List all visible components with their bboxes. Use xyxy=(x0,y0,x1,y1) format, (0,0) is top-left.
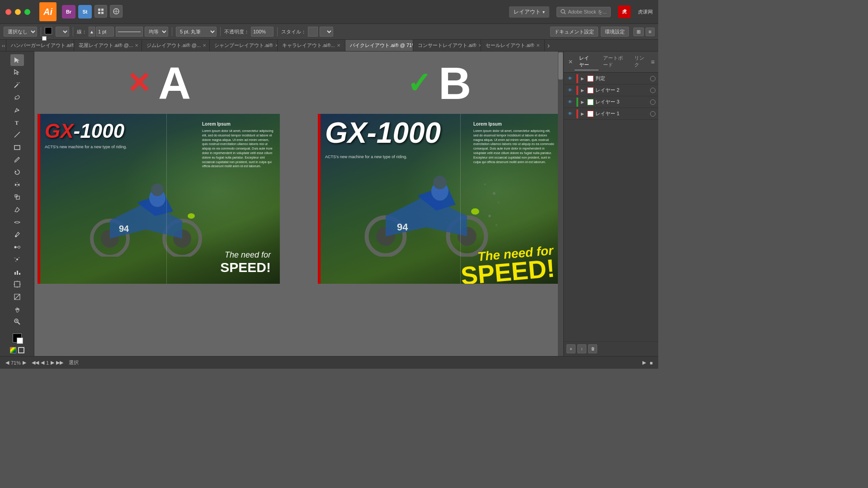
tab-sale[interactable]: セールレイアウト.ai® ✕ xyxy=(481,40,545,51)
tabs-overflow-btn[interactable]: › xyxy=(545,40,552,51)
tab-gym[interactable]: ジムレイアウト.ai® @... ✕ xyxy=(142,40,210,51)
lasso-tool[interactable] xyxy=(10,92,24,103)
layer-eye-icon[interactable]: 👁 xyxy=(566,87,574,94)
layer-row-2[interactable]: 👁 ▶ レイヤー 2 xyxy=(564,84,658,96)
tab-close-btn[interactable]: ✕ xyxy=(135,43,138,48)
env-settings-btn[interactable]: 環境設定 xyxy=(601,27,629,37)
width-tool[interactable] xyxy=(10,216,24,228)
bridge-icon[interactable]: Br xyxy=(62,5,75,19)
layer-row-hantei[interactable]: 👁 ▶ 判定 xyxy=(564,73,658,84)
column-graph-tool[interactable] xyxy=(10,266,24,278)
layer-expand-btn[interactable]: ▶ xyxy=(581,112,585,116)
zoom-tool[interactable] xyxy=(10,316,24,328)
tab-flower[interactable]: 花屋レイアウト.ai® @... ✕ xyxy=(74,40,142,51)
stroke-swatch[interactable] xyxy=(42,36,47,41)
color-icon[interactable] xyxy=(10,347,16,353)
layout-icon[interactable] xyxy=(94,5,107,18)
minimize-button[interactable] xyxy=(15,9,21,15)
layer-row-1[interactable]: 👁 ▶ レイヤー 1 xyxy=(564,108,658,120)
style-dropdown[interactable]: ▾ xyxy=(320,27,333,37)
selection-dropdown[interactable]: 選択なし xyxy=(4,27,37,37)
layer-circle[interactable] xyxy=(650,99,656,105)
blend-tool[interactable] xyxy=(10,241,24,253)
close-button[interactable] xyxy=(5,9,11,15)
pen-tool[interactable] xyxy=(10,104,24,116)
type-tool[interactable]: T xyxy=(10,117,24,128)
layer-circle[interactable] xyxy=(650,76,656,81)
zoom-out-btn[interactable]: ◀ xyxy=(5,360,9,366)
tab-close-btn[interactable]: ✕ xyxy=(203,43,206,48)
play-btn[interactable]: ▶ xyxy=(642,360,646,366)
symbol-sprayer-tool[interactable] xyxy=(10,254,24,266)
layer-row-3[interactable]: 👁 ▶ レイヤー 3 xyxy=(564,96,658,108)
tab-links[interactable]: リンク xyxy=(630,53,650,70)
layer-circle[interactable] xyxy=(650,111,656,117)
fill-control[interactable] xyxy=(13,333,22,343)
next-btn[interactable]: ▶ xyxy=(51,360,54,366)
canvas-area[interactable]: ✕ A xyxy=(34,52,563,356)
prev-btn[interactable]: ◀ xyxy=(41,360,44,366)
tab-artboard[interactable]: アートボード xyxy=(599,53,630,70)
tab-close-btn[interactable]: ✕ xyxy=(536,43,540,48)
select-tool[interactable] xyxy=(10,54,24,66)
stroke-up-btn[interactable]: ▲ xyxy=(89,27,95,37)
style-swatch[interactable] xyxy=(308,27,318,37)
shaper-tool[interactable] xyxy=(10,204,24,216)
move-layer-btn[interactable]: ↕ xyxy=(577,344,586,353)
layer-expand-btn[interactable]: ▶ xyxy=(581,76,585,81)
color-mode-dropdown[interactable]: ▾ xyxy=(56,27,69,37)
tab-concert[interactable]: コンサートレイアウト.ai® ✕ xyxy=(413,40,481,51)
stock-icon[interactable]: St xyxy=(78,5,92,19)
panel-close-btn[interactable]: ✕ xyxy=(567,59,574,65)
rect-tool[interactable] xyxy=(10,141,24,153)
layout-button[interactable]: レイアウト xyxy=(509,6,549,18)
rotate-tool[interactable] xyxy=(10,166,24,178)
layer-circle[interactable] xyxy=(650,88,656,93)
layer-expand-btn[interactable]: ▶ xyxy=(581,88,585,93)
fill-stroke-swatches[interactable] xyxy=(45,27,54,36)
ad-b[interactable]: 94 xyxy=(317,113,561,285)
tabs-left-arrow[interactable]: ‹‹ xyxy=(0,40,6,51)
tab-hamburger[interactable]: ハンバーガーレイアウト.ai® ✕ xyxy=(6,40,74,51)
layer-eye-icon[interactable]: 👁 xyxy=(566,75,574,82)
opacity-input[interactable] xyxy=(251,27,274,37)
maximize-button[interactable] xyxy=(24,9,30,15)
delete-layer-btn[interactable]: 🗑 xyxy=(588,344,597,353)
view-btn-2[interactable]: ≡ xyxy=(646,28,655,36)
brush-dropdown[interactable]: 5 pt. 丸筆 xyxy=(176,27,217,37)
magic-wand-tool[interactable] xyxy=(10,79,24,91)
stroke-control[interactable] xyxy=(17,338,23,344)
pencil-tool[interactable] xyxy=(10,154,24,166)
no-color-icon[interactable] xyxy=(18,347,24,353)
line-tool[interactable] xyxy=(10,129,24,141)
tab-close-btn[interactable]: ✕ xyxy=(337,43,340,48)
fill-swatch[interactable] xyxy=(45,27,52,34)
panel-menu-btn[interactable]: ≡ xyxy=(651,58,655,66)
reflect-tool[interactable] xyxy=(10,179,24,191)
search-bar[interactable]: Adobe Stock を... xyxy=(557,7,611,17)
stroke-type-dropdown[interactable]: 均等 xyxy=(145,27,168,37)
layer-eye-icon[interactable]: 👁 xyxy=(566,110,574,117)
scroll-thumb[interactable] xyxy=(558,52,563,80)
doc-settings-btn[interactable]: ドキュメント設定 xyxy=(550,27,598,37)
direct-select-tool[interactable] xyxy=(10,67,24,79)
hand-tool[interactable] xyxy=(10,304,24,315)
layer-eye-icon[interactable]: 👁 xyxy=(566,99,574,106)
view-btn-1[interactable]: ⊞ xyxy=(633,28,644,36)
tab-chara[interactable]: キャラレイアウト.ai®... ✕ xyxy=(278,40,345,51)
artboard-tool[interactable] xyxy=(10,279,24,291)
stroke-width-input[interactable] xyxy=(96,27,114,37)
tab-bike[interactable]: バイクレイアウト.ai® @ 71% (CMYK/プレビュー) ✕ xyxy=(345,40,413,51)
layer-expand-btn[interactable]: ▶ xyxy=(581,100,585,104)
next-page-btn[interactable]: ▶▶ xyxy=(56,360,63,366)
grid-icon[interactable] xyxy=(110,5,123,18)
prev-page-btn[interactable]: ◀◀ xyxy=(32,360,39,366)
slice-tool[interactable] xyxy=(10,291,24,303)
ad-a[interactable]: 94 GX-1000 xyxy=(37,113,281,285)
stop-btn[interactable]: ■ xyxy=(650,360,653,366)
create-layer-btn[interactable]: + xyxy=(566,344,576,353)
zoom-in-btn[interactable]: ▶ xyxy=(23,360,26,366)
scale-tool[interactable] xyxy=(10,192,24,203)
tab-shampoo[interactable]: シャンプーレイアウト.ai® ✕ xyxy=(210,40,278,51)
eyedropper-tool[interactable] xyxy=(10,229,24,240)
